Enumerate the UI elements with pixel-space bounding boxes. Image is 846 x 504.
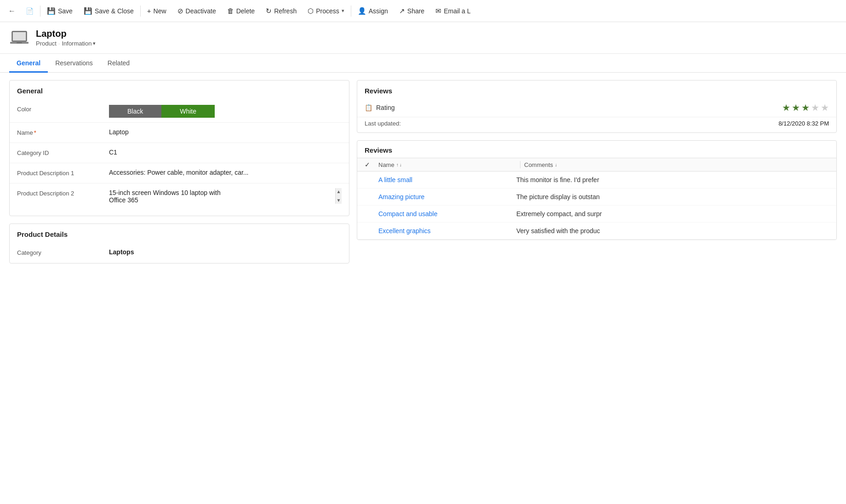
star-5-icon: ★ xyxy=(821,102,829,113)
product-desc1-field-row: Product Description 1 Accessories: Power… xyxy=(10,163,349,183)
th-name-label: Name xyxy=(378,161,394,168)
entity-icon xyxy=(9,28,29,48)
star-3-icon: ★ xyxy=(801,102,810,113)
sort-asc-icon[interactable]: ↑ xyxy=(396,162,399,167)
assign-label: Assign xyxy=(369,7,388,15)
th-comments-label: Comments xyxy=(524,161,553,168)
back-button[interactable]: ← xyxy=(4,3,20,19)
rating-icon: 📋 xyxy=(365,104,372,111)
column-separator xyxy=(520,161,520,168)
save-button[interactable]: 💾 Save xyxy=(41,0,78,22)
name-label: Name* xyxy=(17,127,109,136)
category-id-label: Category ID xyxy=(17,148,109,156)
row1-name: A little small xyxy=(378,176,516,183)
save-close-label: Save & Close xyxy=(95,7,134,15)
star-4-icon: ★ xyxy=(811,102,819,113)
color-buttons: Black White xyxy=(109,105,342,118)
scroll-down-arrow-icon[interactable]: ▼ xyxy=(336,197,342,204)
reviews-table-card: Reviews ✓ Name ↑ ↓ Comments ↓ xyxy=(357,140,837,240)
name-required-indicator: * xyxy=(34,129,36,136)
name-sort-icons: ↑ ↓ xyxy=(396,162,402,167)
main-content: General Color Black White Name* Laptop xyxy=(0,73,846,503)
breadcrumb-separator: · xyxy=(58,40,60,47)
th-name: Name ↑ ↓ xyxy=(378,161,516,168)
email-label: Email a L xyxy=(444,7,470,15)
document-icon: 📄 xyxy=(26,7,34,15)
sort-desc-icon[interactable]: ↓ xyxy=(400,162,402,167)
document-icon-button[interactable]: 📄 xyxy=(20,0,39,22)
tab-general[interactable]: General xyxy=(9,54,48,73)
check-icon: ✓ xyxy=(365,161,370,168)
tab-reservations[interactable]: Reservations xyxy=(48,54,100,73)
email-button[interactable]: ✉ Email a L xyxy=(430,0,476,22)
th-check: ✓ xyxy=(365,161,378,168)
assign-icon: 👤 xyxy=(358,7,366,15)
product-desc2-label: Product Description 2 xyxy=(17,188,109,197)
last-updated-label: Last updated: xyxy=(365,120,401,127)
last-updated-value: 8/12/2020 8:32 PM xyxy=(778,120,829,127)
reviews-summary-title: Reviews xyxy=(365,87,829,95)
deactivate-icon: ⊘ xyxy=(177,7,183,15)
category-field-row: Category Laptops xyxy=(10,243,349,263)
email-icon: ✉ xyxy=(435,7,441,15)
save-label: Save xyxy=(58,7,73,15)
reviews-table-title: Reviews xyxy=(357,141,836,158)
back-icon: ← xyxy=(8,7,16,15)
reviews-summary-card: Reviews 📋 Rating ★ ★ ★ ★ ★ Last updated:… xyxy=(357,80,837,133)
new-button[interactable]: + New xyxy=(142,0,172,22)
share-icon: ↗ xyxy=(399,7,405,15)
color-white-button[interactable]: White xyxy=(161,105,215,118)
scroll-up-arrow-icon[interactable]: ▲ xyxy=(336,188,342,195)
row4-comments: Very satisfied with the produc xyxy=(516,227,829,235)
product-desc1-text: Accessories: Power cable, monitor adapte… xyxy=(109,169,248,176)
save-close-button[interactable]: 💾 Save & Close xyxy=(78,0,139,22)
assign-button[interactable]: 👤 Assign xyxy=(352,0,394,22)
row1-name-link[interactable]: A little small xyxy=(378,176,412,183)
breadcrumb-info-dropdown[interactable]: Information ▾ xyxy=(62,40,96,47)
deactivate-label: Deactivate xyxy=(186,7,216,15)
category-value: Laptops xyxy=(109,247,342,256)
table-row: Excellent graphics Very satisfied with t… xyxy=(357,223,836,240)
delete-label: Delete xyxy=(236,7,255,15)
color-label: Color xyxy=(17,104,109,113)
scrollbar[interactable]: ▲ ▼ xyxy=(335,188,342,204)
name-value[interactable]: Laptop xyxy=(109,127,342,136)
row3-name-link[interactable]: Compact and usable xyxy=(378,210,437,218)
color-value: Black White xyxy=(109,104,342,118)
category-id-value: C1 xyxy=(109,148,342,156)
entity-header: Laptop Product · Information ▾ xyxy=(0,22,846,54)
deactivate-button[interactable]: ⊘ Deactivate xyxy=(172,0,222,22)
new-icon: + xyxy=(147,7,151,15)
left-panel: General Color Black White Name* Laptop xyxy=(9,80,349,496)
row2-name-link[interactable]: Amazing picture xyxy=(378,193,424,200)
divider-3 xyxy=(351,6,351,17)
save-icon: 💾 xyxy=(47,7,56,15)
toolbar: ← 📄 💾 Save 💾 Save & Close + New ⊘ Deacti… xyxy=(0,0,846,22)
color-black-button[interactable]: Black xyxy=(109,105,161,118)
breadcrumb-dropdown-chevron-icon: ▾ xyxy=(93,40,96,46)
svg-rect-3 xyxy=(17,42,22,43)
rating-text: Rating xyxy=(376,104,394,111)
row4-name-link[interactable]: Excellent graphics xyxy=(378,227,431,235)
tabs-container: General Reservations Related xyxy=(0,54,846,73)
product-details-card: Product Details Category Laptops xyxy=(9,223,349,263)
category-label: Category xyxy=(17,247,109,256)
star-1-icon: ★ xyxy=(782,102,790,113)
delete-icon: 🗑 xyxy=(227,7,234,15)
product-desc2-field-row: Product Description 2 15-inch screen Win… xyxy=(10,183,349,216)
delete-button[interactable]: 🗑 Delete xyxy=(222,0,260,22)
refresh-button[interactable]: ↻ Refresh xyxy=(260,0,302,22)
process-button[interactable]: ⬡ Process ▾ xyxy=(302,0,350,22)
comments-sort-desc-icon[interactable]: ↓ xyxy=(555,162,557,167)
refresh-icon: ↻ xyxy=(266,7,272,15)
tab-related[interactable]: Related xyxy=(100,54,137,73)
color-field-row: Color Black White xyxy=(10,99,349,123)
rating-label: 📋 Rating xyxy=(365,104,394,111)
process-icon: ⬡ xyxy=(308,7,314,15)
updated-row: Last updated: 8/12/2020 8:32 PM xyxy=(357,117,836,132)
breadcrumb-info-label: Information xyxy=(62,40,91,47)
share-button[interactable]: ↗ Share xyxy=(394,0,430,22)
row2-name: Amazing picture xyxy=(378,193,516,200)
reviews-table-header: ✓ Name ↑ ↓ Comments ↓ xyxy=(357,158,836,172)
process-label: Process xyxy=(316,7,339,15)
